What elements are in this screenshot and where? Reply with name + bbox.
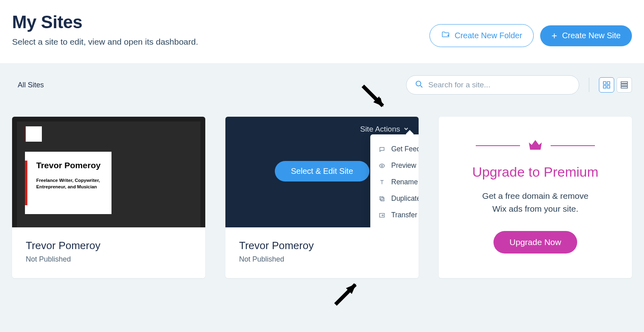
text-icon	[378, 179, 386, 186]
svg-line-1	[421, 86, 423, 88]
svg-rect-2	[603, 82, 606, 85]
svg-rect-7	[621, 84, 627, 86]
svg-rect-12	[380, 196, 383, 200]
site-actions-dropdown: Get Feedback Preview Site Rename Site Du…	[370, 134, 419, 227]
site-status: Not Published	[26, 255, 192, 264]
svg-rect-5	[607, 86, 610, 89]
dropdown-item-invite-people[interactable]: Invite People	[370, 223, 419, 227]
site-title: Trevor Pomeroy	[239, 239, 405, 252]
toolbar-separator	[589, 78, 589, 92]
decorative-line	[551, 145, 595, 146]
crown-icon	[528, 139, 543, 152]
svg-point-0	[416, 81, 421, 86]
svg-rect-8	[621, 87, 627, 88]
create-site-label: Create New Site	[562, 31, 621, 40]
dropdown-item-preview-site[interactable]: Preview Site	[370, 157, 419, 174]
site-thumbnail-overlay: Site Actions Select & Edit Site Get Feed…	[225, 117, 419, 227]
svg-rect-6	[621, 82, 627, 83]
dropdown-item-transfer-site[interactable]: Transfer Site	[370, 207, 419, 223]
upgrade-text: Get a free domain & remove Wix ads from …	[456, 190, 614, 215]
search-icon	[415, 80, 423, 90]
grid-view-button[interactable]	[599, 77, 614, 93]
eye-icon	[378, 163, 386, 169]
create-folder-button[interactable]: Create New Folder	[429, 24, 534, 47]
site-status: Not Published	[239, 255, 405, 264]
search-input[interactable]	[428, 80, 571, 89]
transfer-icon	[378, 212, 386, 219]
upgrade-card: Upgrade to Premium Get a free domain & r…	[439, 117, 632, 278]
site-title: Trevor Pomeroy	[26, 239, 192, 252]
thumb-tagline: Freelance Writer, Copywriter, Entreprene…	[36, 177, 105, 190]
duplicate-icon	[378, 196, 386, 202]
select-edit-site-button[interactable]: Select & Edit Site	[275, 161, 369, 181]
folder-plus-icon	[441, 30, 450, 41]
svg-rect-3	[607, 82, 610, 85]
create-site-button[interactable]: + Create New Site	[540, 25, 632, 46]
annotation-arrow-bottom	[330, 274, 366, 311]
page-title: My Sites	[12, 12, 198, 32]
upgrade-now-button[interactable]: Upgrade Now	[493, 231, 577, 254]
create-folder-label: Create New Folder	[455, 31, 522, 40]
list-view-button[interactable]	[617, 77, 632, 93]
decorative-line	[476, 145, 520, 146]
dropdown-item-duplicate-site[interactable]: Duplicate Site	[370, 190, 419, 207]
svg-rect-4	[603, 86, 606, 89]
page-subtitle: Select a site to edit, view and open its…	[12, 37, 198, 47]
site-thumbnail: Trevor Pomeroy Freelance Writer, Copywri…	[12, 117, 205, 227]
dropdown-item-get-feedback[interactable]: Get Feedback	[370, 141, 419, 157]
dropdown-item-rename-site[interactable]: Rename Site	[370, 174, 419, 190]
thumb-logo	[25, 126, 42, 142]
site-card-active[interactable]: Site Actions Select & Edit Site Get Feed…	[225, 117, 419, 278]
chat-icon	[378, 146, 386, 153]
site-card[interactable]: Trevor Pomeroy Freelance Writer, Copywri…	[12, 117, 205, 278]
svg-marker-10	[346, 284, 356, 294]
svg-marker-9	[374, 97, 384, 107]
site-actions-button[interactable]: Site Actions	[360, 125, 409, 134]
thumb-title: Trevor Pomeroy	[36, 161, 105, 170]
svg-rect-13	[381, 198, 384, 201]
search-input-wrapper[interactable]	[406, 75, 579, 95]
plus-icon: +	[551, 31, 557, 41]
svg-point-11	[381, 165, 383, 167]
site-filter-all[interactable]: All Sites	[12, 81, 44, 89]
upgrade-title: Upgrade to Premium	[456, 164, 614, 180]
